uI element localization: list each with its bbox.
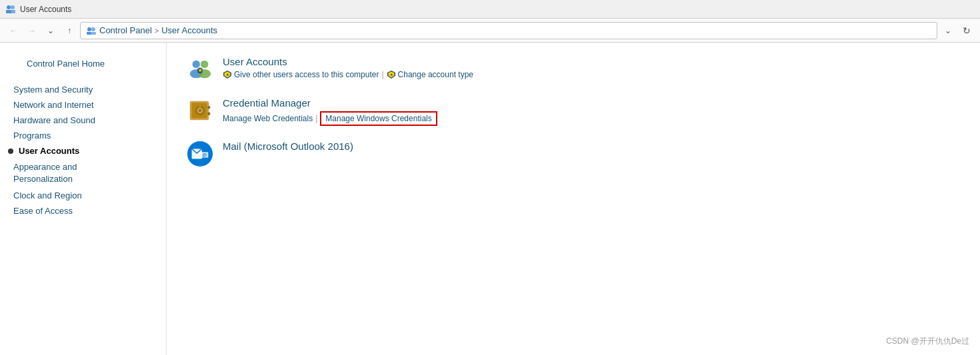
up-button[interactable]: ↑	[61, 23, 77, 39]
svg-rect-6	[87, 32, 91, 35]
svg-point-8	[193, 61, 200, 68]
svg-text:@: @	[202, 153, 207, 157]
svg-rect-7	[91, 32, 96, 35]
titlebar-title: User Accounts	[20, 5, 71, 14]
manage-windows-credentials-highlight: Manage Windows Credentials	[320, 111, 437, 126]
sidebar: Control Panel Home System and Security N…	[0, 43, 167, 355]
credential-manager-links: Manage Web Credentials | Manage Windows …	[223, 111, 960, 126]
svg-point-10	[201, 61, 208, 68]
address-icon	[86, 25, 97, 36]
sidebar-item-appearance[interactable]: Appearance andPersonalization	[0, 159, 166, 188]
dropdown-button[interactable]: ⌄	[43, 23, 59, 39]
svg-rect-27	[207, 113, 210, 115]
sidebar-item-clock-region[interactable]: Clock and Region	[0, 188, 166, 203]
content-area: ★ User Accounts ★ Give other users acces…	[167, 43, 980, 355]
sidebar-item-ease-access[interactable]: Ease of Access	[0, 203, 166, 218]
sidebar-item-system-security[interactable]: System and Security	[0, 82, 166, 97]
watermark-text: CSDN @开开仇仇De过	[886, 336, 969, 346]
change-account-type-link[interactable]: ★ Change account type	[387, 70, 473, 79]
svg-rect-3	[10, 10, 15, 13]
address-bar: ← → ⌄ ↑ Control Panel > User Accounts ⌄ …	[0, 19, 980, 43]
title-bar: User Accounts	[0, 0, 980, 19]
breadcrumb-sep-1: >	[155, 27, 159, 35]
sidebar-item-user-accounts-active: User Accounts	[0, 143, 166, 159]
svg-point-0	[7, 5, 11, 9]
sidebar-item-control-panel-home[interactable]: Control Panel Home	[13, 56, 153, 71]
sidebar-item-network-internet[interactable]: Network and Internet	[0, 97, 166, 113]
manage-web-credentials-link[interactable]: Manage Web Credentials	[223, 114, 313, 123]
svg-point-5	[91, 27, 95, 31]
forward-button[interactable]: →	[24, 23, 40, 39]
address-dropdown-btn[interactable]: ⌄	[940, 23, 956, 39]
credential-manager-title[interactable]: Credential Manager	[223, 97, 311, 109]
titlebar-icon	[5, 4, 16, 15]
svg-point-1	[11, 5, 15, 9]
shield-icon-1: ★	[223, 70, 232, 79]
category-mail: @ Mail (Microsoft Outlook 2016)	[187, 141, 960, 167]
link-sep-2: |	[315, 114, 317, 123]
shield-icon-2: ★	[387, 70, 396, 79]
back-button[interactable]: ←	[5, 23, 21, 39]
address-right: ⌄ ↻	[940, 23, 975, 39]
credential-manager-info: Credential Manager Manage Web Credential…	[223, 97, 960, 126]
mail-icon: @	[187, 141, 213, 167]
active-bullet	[8, 149, 13, 154]
user-accounts-links: ★ Give other users access to this comput…	[223, 70, 960, 79]
credential-manager-icon	[187, 97, 213, 124]
user-accounts-icon: ★	[187, 56, 213, 83]
user-accounts-title[interactable]: User Accounts	[223, 56, 287, 67]
category-user-accounts: ★ User Accounts ★ Give other users acces…	[187, 56, 960, 83]
manage-windows-credentials-link[interactable]: Manage Windows Credentials	[325, 114, 431, 123]
svg-rect-26	[207, 106, 210, 109]
user-accounts-info: User Accounts ★ Give other users access …	[223, 56, 960, 79]
mail-info: Mail (Microsoft Outlook 2016)	[223, 141, 960, 155]
svg-text:★: ★	[198, 68, 203, 73]
sidebar-item-programs[interactable]: Programs	[0, 128, 166, 143]
link-sep-1: |	[381, 70, 383, 79]
category-credential-manager: Credential Manager Manage Web Credential…	[187, 97, 960, 126]
sidebar-item-hardware-sound[interactable]: Hardware and Sound	[0, 113, 166, 128]
footer-watermark: CSDN @开开仇仇De过	[886, 336, 969, 347]
main-container: Control Panel Home System and Security N…	[0, 43, 980, 355]
address-field[interactable]: Control Panel > User Accounts	[80, 22, 937, 39]
svg-point-24	[199, 109, 201, 112]
breadcrumb-user-accounts[interactable]: User Accounts	[161, 25, 217, 35]
breadcrumb-control-panel[interactable]: Control Panel	[99, 25, 152, 35]
svg-point-4	[87, 27, 91, 31]
sidebar-home: Control Panel Home	[0, 53, 166, 74]
mail-title[interactable]: Mail (Microsoft Outlook 2016)	[223, 141, 353, 152]
give-access-link[interactable]: ★ Give other users access to this comput…	[223, 70, 379, 79]
refresh-button[interactable]: ↻	[959, 23, 975, 39]
sidebar-active-label: User Accounts	[19, 146, 79, 156]
